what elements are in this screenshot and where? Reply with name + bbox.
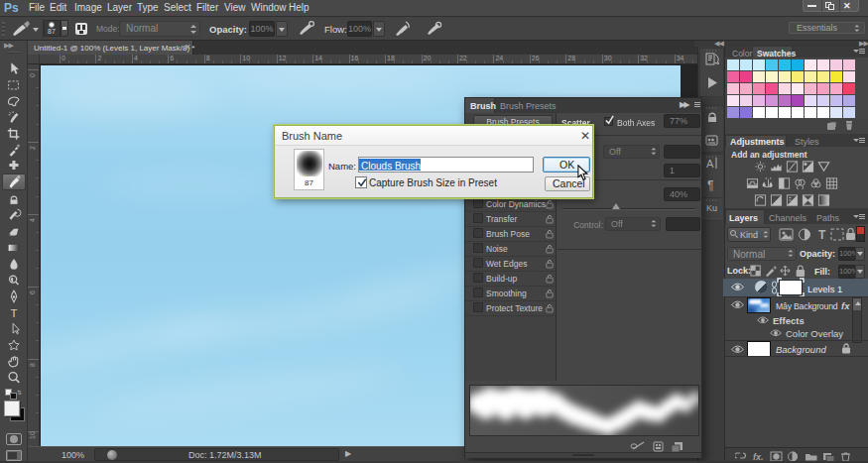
svg-text:Ku: Ku: [706, 203, 717, 213]
svg-text:T: T: [818, 228, 826, 242]
svg-text:A: A: [706, 158, 714, 170]
svg-text:T: T: [10, 306, 17, 318]
svg-text:¶: ¶: [707, 178, 713, 192]
